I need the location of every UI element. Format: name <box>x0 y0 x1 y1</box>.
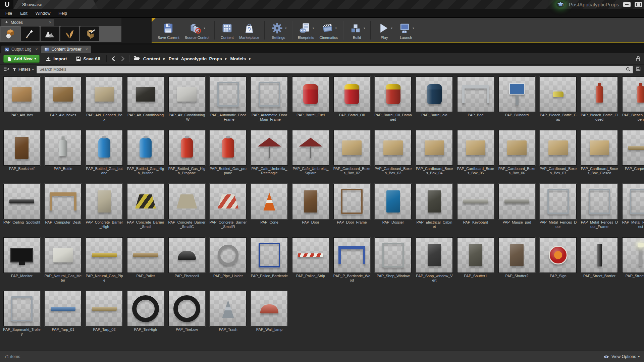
menu-help[interactable]: Help <box>54 10 71 17</box>
modes-tab[interactable]: Modes × <box>1 19 54 26</box>
asset-tile[interactable]: PAP_Aid_boxes <box>44 76 82 126</box>
import-button[interactable]: Import <box>43 55 69 62</box>
asset-tile[interactable]: PAP_Aid_box <box>3 76 41 126</box>
asset-tile[interactable]: PAP_Monitor <box>3 237 41 287</box>
view-options-button[interactable]: View Options ▾ <box>603 354 640 359</box>
asset-tile[interactable]: PAP_Cafe_Umbrella_Rectangle <box>251 130 288 179</box>
sources-panel-toggle[interactable] <box>3 66 9 73</box>
asset-tile[interactable]: PAP_Bottled_Gas_propane <box>209 130 247 179</box>
asset-tile[interactable]: PAP_Cone <box>251 184 288 233</box>
save-search-button[interactable] <box>636 66 641 73</box>
close-icon[interactable]: × <box>86 47 88 52</box>
asset-tile[interactable]: PAP_Keyboard <box>457 184 494 233</box>
asset-tile[interactable]: PAP_Dossier <box>374 184 412 233</box>
asset-tile[interactable]: PAP_Cafe_Umbrella_Square <box>292 130 329 179</box>
asset-tile[interactable]: PAP_Natural_Gas_Meter <box>44 237 82 287</box>
maximize-button[interactable] <box>635 2 642 7</box>
asset-tile[interactable]: PAP_Concrete_Barrier_High <box>86 184 123 233</box>
asset-tile[interactable]: PAP_Barrel_Fuel <box>292 76 329 126</box>
toolbar-launch-button[interactable]: ▾Launch <box>395 20 417 40</box>
asset-tile[interactable]: PAP_Bookshelf <box>3 130 41 179</box>
asset-tile[interactable]: PAP_Bottled_Gas_High_Butane <box>127 130 164 179</box>
asset-tile[interactable]: PAP_Suprmarkt_Trolley <box>3 291 41 340</box>
asset-tile[interactable]: PAP_Cardboard_Boxes_Box_Closed <box>581 130 618 179</box>
toolbar-build-button[interactable]: ▾Build <box>346 20 368 40</box>
tab-output-log[interactable]: Output Log× <box>1 46 41 53</box>
asset-tile[interactable]: PAP_Air_Conditioning_W <box>168 76 206 126</box>
save-all-button[interactable]: Save All <box>73 55 103 62</box>
close-icon[interactable]: × <box>49 20 51 25</box>
filters-button[interactable]: Filters ▾ <box>12 67 34 72</box>
asset-tile[interactable]: PAP_Barrel_old <box>416 76 453 126</box>
asset-tile[interactable]: PAP_Pipe_Holder <box>209 237 247 287</box>
asset-tile[interactable]: PAP_Natural_Gas_Pipe <box>86 237 123 287</box>
menu-edit[interactable]: Edit <box>16 10 32 17</box>
asset-tile[interactable]: PAP_Metal_Fences_Door <box>539 184 577 233</box>
asset-tile[interactable]: PAP_P_Barricade_Wood <box>333 237 371 287</box>
asset-tile[interactable]: PAP_Mause_pad <box>498 184 536 233</box>
asset-tile[interactable]: PAP_Tarp_01 <box>44 291 82 340</box>
asset-tile[interactable]: PAP_Computer_Desk <box>44 184 82 233</box>
tutorial-icon[interactable] <box>555 1 566 8</box>
asset-tile[interactable]: PAP_Concrete_Barrier_Small <box>127 184 164 233</box>
asset-tile[interactable]: PAP_Electrical_Cabinet <box>416 184 453 233</box>
menu-window[interactable]: Window <box>32 10 54 17</box>
asset-tile[interactable]: PAP_Bottle <box>44 130 82 179</box>
asset-tile[interactable]: PAP_Bleach_Bottle_Open <box>622 76 644 126</box>
asset-tile[interactable]: PAP_Concrete_Barrier_SmallC <box>168 184 206 233</box>
toolbar-source-control-button[interactable]: ▾Source Control <box>182 20 212 40</box>
add-new-button[interactable]: Add New ▾ <box>3 55 40 63</box>
asset-tile[interactable]: PAP_Carpet_Trash <box>622 130 644 179</box>
asset-tile[interactable]: PAP_Police_Strip <box>292 237 329 287</box>
asset-tile[interactable]: PAP_Ceiling_Spotlight <box>3 184 41 233</box>
asset-tile[interactable]: PAP_Shutter1 <box>457 237 494 287</box>
asset-tile[interactable]: PAP_Bleach_Bottle_Cap <box>539 76 577 126</box>
asset-tile[interactable]: PAP_Cardboard_Boxes_Box_05 <box>457 130 494 179</box>
asset-tile[interactable]: PAP_Shop_window_Vert <box>416 237 453 287</box>
toolbar-marketplace-button[interactable]: Marketplace <box>236 20 262 40</box>
toolbar-content-button[interactable]: Content <box>218 20 236 40</box>
asset-tile[interactable]: PAP_Street_Lamp <box>622 237 644 287</box>
toolbar-settings-button[interactable]: ▾Settings <box>268 20 289 40</box>
asset-tile[interactable]: PAP_TireHigh <box>127 291 164 340</box>
mode-placement[interactable] <box>1 26 20 41</box>
asset-tile[interactable]: PAP_Air_Conditioning <box>127 76 164 126</box>
asset-tile[interactable]: PAP_Billboard <box>498 76 536 126</box>
asset-tile[interactable]: PAP_Door_Frame <box>333 184 371 233</box>
breadcrumb-item[interactable]: Models <box>230 56 246 61</box>
asset-tile[interactable]: PAP_Cardboard_Boxes_Box_03 <box>374 130 412 179</box>
toolbar-save-current-button[interactable]: Save Current <box>155 20 182 40</box>
tab-content-browser[interactable]: Content Browser× <box>41 46 91 53</box>
asset-tile[interactable]: PAP_Wall_lamp <box>251 291 288 340</box>
asset-tile[interactable]: PAP_Shutter2 <box>498 237 536 287</box>
asset-tile[interactable]: PAP_Photocell <box>168 237 206 287</box>
asset-tile[interactable]: PAP_Cardboard_Boxes_Box_06 <box>498 130 536 179</box>
search-input[interactable] <box>37 66 633 73</box>
asset-tile[interactable]: PAP_Trash <box>209 291 247 340</box>
breadcrumb-item[interactable]: Post_Apocalyptic_Props <box>169 56 222 61</box>
toolbar-blueprints-button[interactable]: ▾Blueprints <box>295 20 317 40</box>
asset-tile[interactable]: PAP_Police_Barricade <box>251 237 288 287</box>
breadcrumb-item[interactable]: Content <box>143 56 160 61</box>
asset-tile[interactable]: PAP_Tarp_02 <box>86 291 123 340</box>
asset-tile[interactable]: PAP_Automatic_Door_Main_Frame <box>251 76 288 126</box>
asset-tile[interactable]: PAP_Barrel_Oil <box>333 76 371 126</box>
toolbar-play-button[interactable]: ▾Play <box>374 20 395 40</box>
mode-landscape[interactable] <box>41 26 59 41</box>
window-title-tab[interactable]: Showcase <box>13 0 98 9</box>
asset-tile[interactable]: PAP_Pallet <box>127 237 164 287</box>
mode-foliage[interactable] <box>60 26 79 41</box>
asset-tile[interactable]: PAP_Metal_Fences_Door_Frame <box>581 184 618 233</box>
asset-tile[interactable]: PAP_Shop_Window <box>374 237 412 287</box>
mode-geometry[interactable] <box>80 26 99 41</box>
minimize-button[interactable] <box>623 2 631 7</box>
asset-tile[interactable]: PAP_Bleach_Bottle_Closed <box>581 76 618 126</box>
asset-tile[interactable]: PAP_Bed <box>457 76 494 126</box>
asset-tile[interactable]: PAP_Bottled_Gas_butane <box>86 130 123 179</box>
asset-tile[interactable]: PAP_Concrete_Barrier_SmallR <box>209 184 247 233</box>
asset-tile[interactable]: PAP_Sign <box>539 237 577 287</box>
forward-button[interactable] <box>120 56 126 62</box>
asset-tile[interactable]: PAP_Metal_Fences_Rect <box>622 184 644 233</box>
asset-tile[interactable]: PAP_Cardboard_Boxes_Box_07 <box>539 130 577 179</box>
asset-tile[interactable]: PAP_Automatic_Door_Frame <box>209 76 247 126</box>
